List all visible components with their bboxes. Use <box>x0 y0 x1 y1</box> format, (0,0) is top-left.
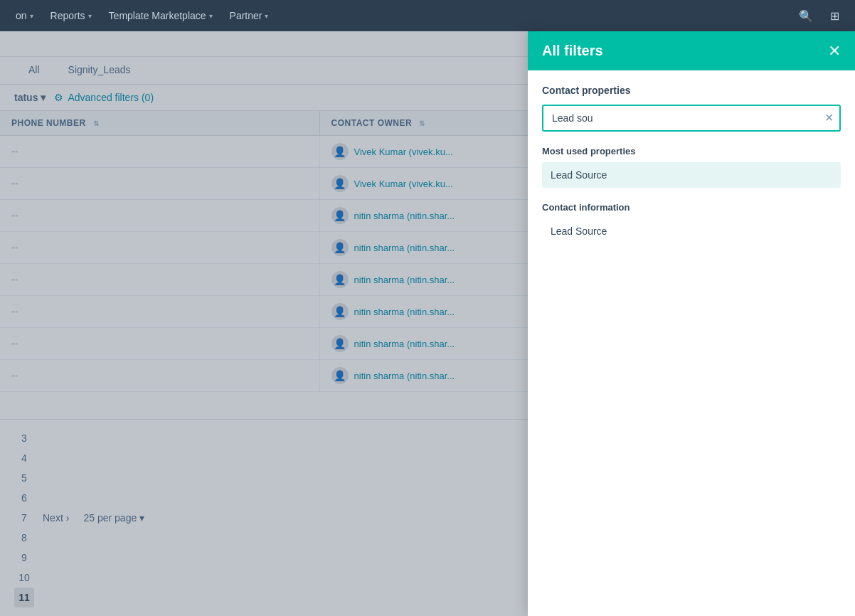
nav-label-partner: Partner <box>230 10 262 21</box>
phone-cell: -- <box>0 264 319 296</box>
clear-search-icon[interactable]: ✕ <box>824 112 834 124</box>
owner-name: nitin sharma (nitin.shar... <box>354 339 455 349</box>
filter-panel-body: Contact properties ✕ Most used propertie… <box>528 70 855 616</box>
tab-all[interactable]: All <box>14 57 54 84</box>
owner-name: nitin sharma (nitin.shar... <box>354 243 455 253</box>
chevron-down-icon: ▾ <box>88 12 92 20</box>
close-button[interactable]: ✕ <box>828 43 841 59</box>
contact-info-title: Contact information <box>542 202 841 213</box>
avatar: 👤 <box>331 303 349 320</box>
phone-cell: -- <box>0 232 319 264</box>
chevron-down-icon: ▾ <box>30 12 33 20</box>
advanced-filters-label: Advanced filters (0) <box>68 92 154 103</box>
status-filter[interactable]: tatus ▾ <box>14 92 46 103</box>
chevron-down-icon: ▾ <box>139 512 144 524</box>
owner-name: nitin sharma (nitin.shar... <box>354 307 455 317</box>
owner-name: nitin sharma (nitin.shar... <box>354 371 455 381</box>
nav-item-partner[interactable]: Partner ▾ <box>223 6 276 26</box>
avatar: 👤 <box>331 271 349 288</box>
nav-item-reports[interactable]: Reports ▾ <box>43 6 99 26</box>
chevron-down-icon: ▾ <box>265 12 268 20</box>
search-icon[interactable]: 🔍 <box>794 4 818 28</box>
top-navigation: on ▾ Reports ▾ Template Marketplace ▾ Pa… <box>0 0 855 31</box>
filter-panel-title: All filters <box>542 43 603 59</box>
nav-label-reports: Reports <box>51 10 85 21</box>
grid-icon[interactable]: ⊞ <box>822 4 846 28</box>
page-number-button[interactable]: 8 <box>14 528 34 548</box>
col-phone-number[interactable]: PHONE NUMBER ⇅ <box>0 111 319 136</box>
per-page-label: 25 per page <box>83 512 137 524</box>
avatar: 👤 <box>331 175 349 192</box>
phone-cell: -- <box>0 296 319 328</box>
filter-lines-icon: ⚙ <box>54 92 63 103</box>
owner-name: Vivek Kumar (vivek.ku... <box>354 179 453 189</box>
phone-cell: -- <box>0 200 319 232</box>
filter-panel: All filters ✕ Contact properties ✕ Most … <box>528 31 855 616</box>
avatar: 👤 <box>331 335 349 352</box>
avatar: 👤 <box>331 143 349 160</box>
avatar: 👤 <box>331 239 349 256</box>
most-used-section: Most used properties Lead Source <box>542 146 841 188</box>
prop-lead-source-contact-info[interactable]: Lead Source <box>542 218 841 244</box>
nav-item-on[interactable]: on ▾ <box>9 6 41 26</box>
sort-icon: ⇅ <box>93 120 100 127</box>
nav-item-template-marketplace[interactable]: Template Marketplace ▾ <box>102 6 220 26</box>
phone-cell: -- <box>0 168 319 200</box>
search-box-wrap: ✕ <box>542 105 841 132</box>
chevron-down-icon: ▾ <box>41 92 46 103</box>
owner-name: nitin sharma (nitin.shar... <box>354 211 455 221</box>
page-number-button[interactable]: 3 <box>14 428 34 448</box>
page-buttons: 34567891011 <box>14 428 34 607</box>
contact-properties-label: Contact properties <box>542 85 841 96</box>
next-label: Next <box>43 512 63 524</box>
page-number-button[interactable]: 7 <box>14 508 34 528</box>
avatar: 👤 <box>331 367 349 384</box>
phone-cell: -- <box>0 136 319 168</box>
page-number-button[interactable]: 9 <box>14 548 34 568</box>
advanced-filters-button[interactable]: ⚙ Advanced filters (0) <box>54 92 154 103</box>
page-number-button[interactable]: 4 <box>14 448 34 468</box>
chevron-down-icon: ▾ <box>209 12 213 20</box>
avatar: 👤 <box>331 207 349 224</box>
filter-search-input[interactable] <box>542 105 841 132</box>
sort-icon: ⇅ <box>419 120 425 127</box>
phone-cell: -- <box>0 328 319 360</box>
owner-name: nitin sharma (nitin.shar... <box>354 275 455 285</box>
topnav-icon-group: 🔍 ⊞ <box>794 4 846 28</box>
tab-signity-leads[interactable]: Signity_Leads <box>54 57 145 84</box>
most-used-title: Most used properties <box>542 146 841 156</box>
owner-name: Vivek Kumar (vivek.ku... <box>354 147 453 157</box>
phone-cell: -- <box>0 360 319 392</box>
nav-label-on: on <box>16 10 27 21</box>
page-number-button[interactable]: 5 <box>14 468 34 488</box>
filter-panel-header: All filters ✕ <box>528 31 855 70</box>
per-page-select[interactable]: 25 per page ▾ <box>83 512 144 524</box>
page-number-button[interactable]: 11 <box>14 588 34 607</box>
contact-info-section: Contact information Lead Source <box>542 202 841 244</box>
nav-label-template-marketplace: Template Marketplace <box>109 10 206 21</box>
main-area: 🔒 Data Qu All Signity_Leads tatus ▾ ⚙ Ad… <box>0 31 855 616</box>
page-number-button[interactable]: 10 <box>14 568 34 588</box>
chevron-right-icon: › <box>66 512 70 524</box>
prop-lead-source-most-used[interactable]: Lead Source <box>542 162 841 188</box>
status-label: tatus <box>14 92 38 103</box>
next-button[interactable]: Next › <box>37 512 75 524</box>
page-number-button[interactable]: 6 <box>14 488 34 508</box>
